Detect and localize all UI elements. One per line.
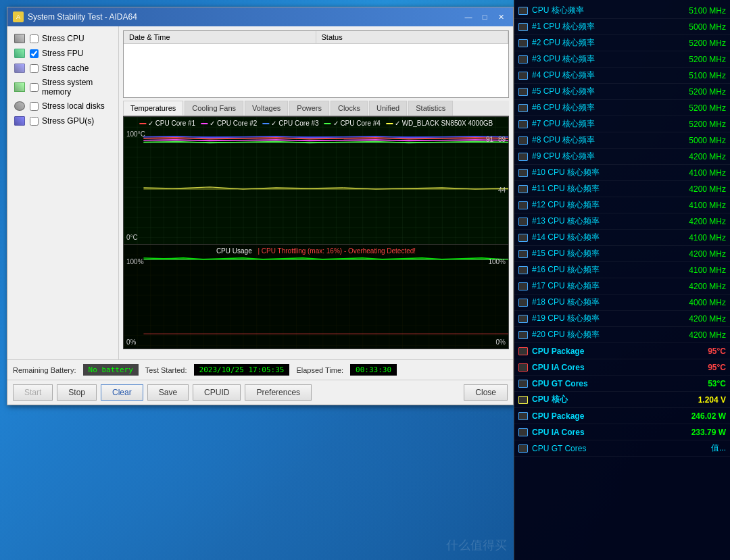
stress-memory-label[interactable]: Stress system memory (42, 78, 113, 97)
stat-icon-21 (518, 347, 528, 355)
status-bar: Remaining Battery: No battery Test Start… (7, 359, 513, 380)
stat-name-25: CPU Package (532, 411, 658, 421)
preferences-button[interactable]: Preferences (245, 384, 312, 401)
stat-value-23: 53°C (658, 379, 726, 388)
disk-icon (13, 101, 26, 111)
tab-voltages[interactable]: Voltages (245, 101, 288, 116)
stress-fpu-label[interactable]: Stress FPU (42, 49, 83, 58)
cpu-chart-0-left: 0% (126, 338, 136, 346)
stat-value-7: 5200 MHz (658, 120, 726, 129)
stat-name-16: #16 CPU 核心频率 (532, 264, 658, 276)
cpu-icon (13, 33, 26, 44)
stat-icon-15 (518, 250, 528, 258)
close-button[interactable]: Close (464, 384, 508, 401)
stat-icon-26 (518, 428, 528, 436)
stat-name-14: #14 CPU 核心频率 (532, 232, 658, 243)
stat-icon-1 (518, 23, 528, 31)
stat-name-22: CPU IA Cores (532, 363, 658, 372)
stat-name-1: #1 CPU 核心频率 (532, 21, 658, 32)
stat-row-21: CPU Package95°C (514, 343, 730, 359)
stat-icon-6 (518, 104, 528, 112)
battery-label: Remaining Battery: (13, 366, 76, 374)
elapsed-label: Elapsed Time: (296, 366, 343, 374)
stress-disks-checkbox[interactable] (30, 102, 39, 111)
stat-value-12: 4100 MHz (658, 201, 726, 210)
stat-row-1: #1 CPU 核心频率5000 MHz (514, 19, 730, 35)
save-button[interactable]: Save (147, 384, 189, 401)
stress-cpu-checkbox[interactable] (30, 34, 39, 43)
stat-icon-0 (518, 7, 528, 15)
stat-name-26: CPU IA Cores (532, 428, 658, 437)
battery-value: No battery (83, 364, 139, 376)
stat-row-12: #12 CPU 核心频率4100 MHz (514, 197, 730, 213)
stat-name-23: CPU GT Cores (532, 379, 658, 388)
close-window-button[interactable]: ✕ (494, 11, 508, 23)
tab-unified[interactable]: Unified (369, 101, 407, 116)
stat-icon-7 (518, 120, 528, 128)
stat-icon-9 (518, 153, 528, 161)
temp-chart-val89: 89 (498, 136, 506, 143)
stress-cpu-label[interactable]: Stress CPU (42, 34, 84, 43)
gpu-icon (13, 116, 26, 126)
tab-statistics[interactable]: Statistics (408, 101, 453, 116)
stat-name-6: #6 CPU 核心频率 (532, 102, 658, 113)
clear-button[interactable]: Clear (101, 384, 143, 401)
stat-name-7: #7 CPU 核心频率 (532, 118, 658, 130)
tab-temperatures[interactable]: Temperatures (123, 101, 183, 116)
legend-ssd: ✓ WD_BLACK SN850X 4000GB (386, 120, 493, 127)
stat-value-9: 4200 MHz (658, 152, 726, 161)
stat-row-7: #7 CPU 核心频率5200 MHz (514, 116, 730, 132)
stat-name-5: #5 CPU 核心频率 (532, 86, 658, 97)
stat-value-16: 4100 MHz (658, 265, 726, 275)
stat-name-20: #20 CPU 核心频率 (532, 329, 658, 340)
maximize-button[interactable]: □ (478, 11, 491, 23)
stat-value-15: 4200 MHz (658, 249, 726, 259)
main-window: A System Stability Test - AIDA64 — □ ✕ S… (7, 7, 514, 405)
stat-name-17: #17 CPU 核心频率 (532, 280, 658, 292)
temp-chart-svg (124, 117, 508, 244)
stat-icon-4 (518, 72, 528, 80)
stat-icon-5 (518, 88, 528, 96)
log-col-datetime: Date & Time (124, 31, 316, 43)
stat-name-13: #13 CPU 核心频率 (532, 215, 658, 227)
tab-powers[interactable]: Powers (289, 101, 329, 116)
right-panel: Date & Time Status Temperatures Cooling … (119, 26, 513, 359)
stress-fpu-checkbox[interactable] (30, 49, 39, 58)
cpuid-button[interactable]: CPUID (193, 384, 241, 401)
stress-disks-label[interactable]: Stress local disks (42, 101, 105, 111)
legend-core1: ✓ CPU Core #1 (139, 120, 195, 127)
stress-gpu-label[interactable]: Stress GPU(s) (42, 116, 94, 126)
log-body (124, 44, 508, 91)
stop-button[interactable]: Stop (57, 384, 97, 401)
legend-core4: ✓ CPU Core #4 (324, 120, 381, 127)
start-button[interactable]: Start (13, 384, 53, 401)
stat-icon-27 (518, 444, 528, 453)
minimize-button[interactable]: — (462, 11, 475, 23)
stat-name-18: #18 CPU 核心频率 (532, 297, 658, 308)
stat-row-13: #13 CPU 核心频率4200 MHz (514, 213, 730, 230)
tab-cooling-fans[interactable]: Cooling Fans (185, 101, 243, 116)
stress-cache-label[interactable]: Stress cache (42, 63, 89, 73)
stress-memory-checkbox[interactable] (30, 83, 39, 92)
stat-name-9: #9 CPU 核心频率 (532, 151, 658, 162)
stat-value-19: 4200 MHz (658, 314, 726, 324)
stat-icon-20 (518, 331, 528, 339)
stat-value-6: 5200 MHz (658, 103, 726, 113)
stat-value-1: 5000 MHz (658, 22, 726, 32)
stat-name-0: CPU 核心频率 (532, 5, 658, 16)
stat-name-27: CPU GT Cores (532, 444, 658, 453)
stress-cache-checkbox[interactable] (30, 64, 39, 73)
tab-clocks[interactable]: Clocks (331, 101, 368, 116)
cpu-usage-label: CPU Usage (216, 247, 252, 255)
stat-row-15: #15 CPU 核心频率4200 MHz (514, 246, 730, 262)
window-title: System Stability Test - AIDA64 (28, 12, 137, 22)
svg-rect-3 (124, 245, 508, 349)
stat-value-8: 5000 MHz (658, 136, 726, 145)
temp-chart-ymax: 100°C (126, 130, 145, 138)
temp-chart-val44: 44 (498, 186, 506, 194)
cpu-usage-chart: CPU Usage | CPU Throttling (max: 16%) - … (123, 245, 509, 349)
tabs-bar: Temperatures Cooling Fans Voltages Power… (123, 101, 509, 116)
stress-gpu-checkbox[interactable] (30, 117, 39, 126)
stat-icon-2 (518, 39, 528, 47)
stat-value-22: 95°C (658, 363, 726, 372)
